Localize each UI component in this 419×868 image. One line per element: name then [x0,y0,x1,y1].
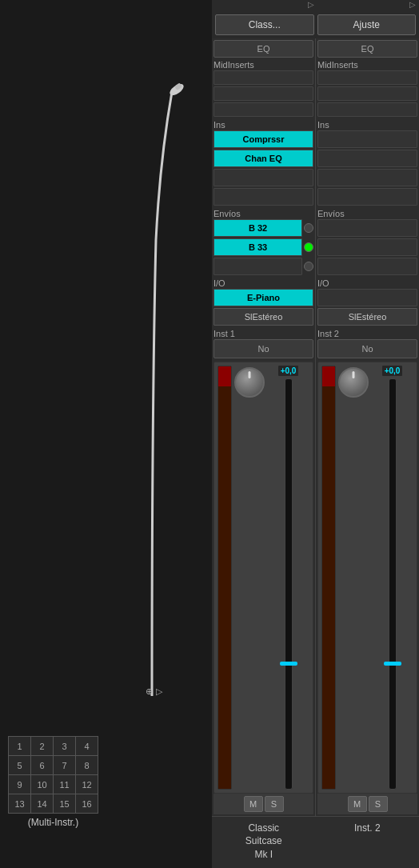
left-panel: ⊕ ▷ 12345678910111213141516 (Multi-Instr… [0,0,212,868]
fader-thumb-inst2[interactable] [384,662,401,666]
envios-row-classic-suitcase-0: B 32 [213,219,313,237]
ins-slot-inst2-0[interactable] [317,130,417,148]
ins-slot-inst2-2[interactable] [317,169,417,186]
envios-row-classic-suitcase-2 [213,258,313,275]
fader-rail-classic-suitcase[interactable] [285,378,293,790]
envios-indicator-classic-suitcase-0 [304,223,313,233]
midinserts-label-classic-suitcase: MidInserts [213,60,313,70]
envios-slot-classic-suitcase-0[interactable]: B 32 [213,219,302,237]
midinsert-slot-classic-suitcase-2[interactable] [213,102,313,117]
cable-svg: ⊕ ▷ [0,0,212,696]
midinsert-slot-classic-suitcase-1[interactable] [213,86,313,101]
bottom-label-classic-suitcase: Classic Suitcase Mk I [212,817,316,868]
envios-slot-inst2-2[interactable] [317,258,417,275]
io-input-classic-suitcase[interactable]: E-Piano [213,289,313,306]
envios-indicator-classic-suitcase-1 [304,242,313,252]
envios-row-inst2-1 [317,238,417,256]
fader-area-inst2: +0,0 [317,362,417,794]
instrument-grid[interactable]: 12345678910111213141516 [8,736,98,814]
grid-cell[interactable]: 13 [9,794,31,814]
envios-indicator-classic-suitcase-2 [304,262,313,271]
envios-row-inst2-2 [317,258,417,275]
fader-strip-inst2: +0,0 [371,366,413,790]
fader-value-inst2: +0,0 [382,366,403,376]
ch-name-btn-inst2[interactable]: Ajuste [317,14,417,35]
channel-bottom-labels: Classic Suitcase Mk IInst. 2 [212,816,419,868]
channel-name-row: Class...Ajuste [212,13,419,38]
ins-slot-classic-suitcase-2[interactable] [213,169,313,186]
envios-label-inst2: Envíos [317,209,417,218]
knob-inst2[interactable] [338,367,369,398]
grid-cell[interactable]: 10 [31,775,54,794]
midinsert-slot-inst2-2[interactable] [317,102,417,117]
grid-cell[interactable]: 4 [76,737,98,756]
midinsert-slot-inst2-1[interactable] [317,86,417,101]
io-label-classic-suitcase: I/O [213,278,313,288]
ins-slot-classic-suitcase-0[interactable]: Comprssr [213,130,313,148]
ins-slot-inst2-1[interactable] [317,150,417,167]
eq-btn-classic-suitcase[interactable]: EQ [213,40,313,58]
arrow-row: ▷▷ [212,0,419,13]
knob-classic-suitcase[interactable] [234,367,265,398]
grid-cell[interactable]: 3 [54,737,76,756]
io-output-inst2[interactable]: SlEstéreo [317,308,417,326]
ms-buttons-classic-suitcase: MS [213,794,313,814]
ins-label-inst2: Ins [317,120,417,130]
grid-cell[interactable]: 15 [54,794,76,814]
main-container: ⊕ ▷ 12345678910111213141516 (Multi-Instr… [0,0,419,868]
no-btn-classic-suitcase[interactable]: No [213,339,313,358]
grid-cell[interactable]: 5 [9,756,31,775]
grid-cell[interactable]: 11 [54,775,76,794]
envios-row-inst2-0 [317,219,417,237]
grid-cell[interactable]: 8 [76,756,98,775]
grid-cell[interactable]: 6 [31,756,54,775]
multi-instr-container: 12345678910111213141516 (Multi-Instr.) [8,736,98,828]
bottom-label-inst2: Inst. 2 [316,817,420,868]
svg-rect-1 [174,82,182,90]
ins-slot-classic-suitcase-1[interactable]: Chan EQ [213,150,313,167]
ch-name-btn-classic-suitcase[interactable]: Class... [215,14,314,35]
ins-slot-classic-suitcase-3[interactable] [213,188,313,206]
inst-label-classic-suitcase: Inst 1 [213,329,313,338]
grid-cell[interactable]: 1 [9,737,31,756]
envios-slot-inst2-1[interactable] [317,238,417,256]
ms-btn-m-inst2[interactable]: M [348,796,367,812]
grid-cell[interactable]: 2 [31,737,54,756]
envios-slot-classic-suitcase-2[interactable] [213,258,302,275]
grid-cell[interactable]: 9 [9,775,31,794]
ins-slot-inst2-3[interactable] [317,188,417,206]
knob-wrap-classic-suitcase [234,366,265,790]
grid-cell[interactable]: 16 [76,794,98,814]
arrow-right-ch1: ▷ [215,0,314,13]
svg-text:⊕: ⊕ [146,686,153,696]
volume-meter-classic-suitcase [217,366,232,790]
midinsert-slot-inst2-0[interactable] [317,70,417,85]
grid-cell[interactable]: 7 [54,756,76,775]
grid-cell[interactable]: 12 [76,775,98,794]
svg-text:▷: ▷ [156,686,163,696]
volume-meter-inst2 [321,366,336,790]
envios-slot-inst2-0[interactable] [317,219,417,237]
envios-slot-classic-suitcase-1[interactable]: B 33 [213,238,302,256]
midinsert-slot-classic-suitcase-0[interactable] [213,70,313,85]
ms-btn-s-inst2[interactable]: S [369,796,388,812]
fader-value-classic-suitcase: +0,0 [278,366,299,376]
io-label-inst2: I/O [317,278,417,288]
io-input-inst2[interactable] [317,289,417,306]
fader-area-classic-suitcase: +0,0 [213,362,313,794]
channel-col-classic-suitcase: EQMidInsertsInsComprssrChan EQEnvíosB 32… [212,38,316,816]
no-btn-inst2[interactable]: No [317,339,417,358]
fader-rail-inst2[interactable] [389,378,397,790]
ms-btn-s-classic-suitcase[interactable]: S [265,796,284,812]
ms-btn-m-classic-suitcase[interactable]: M [244,796,263,812]
inst-label-inst2: Inst 2 [317,329,417,338]
right-panel: ▷▷Class...AjusteEQMidInsertsInsComprssrC… [212,0,419,868]
eq-btn-inst2[interactable]: EQ [317,40,417,58]
multi-instr-label: (Multi-Instr.) [28,817,78,828]
svg-point-0 [168,82,186,98]
knob-wrap-inst2 [338,366,369,790]
fader-thumb-classic-suitcase[interactable] [280,662,297,666]
grid-cell[interactable]: 14 [31,794,54,814]
io-output-classic-suitcase[interactable]: SlEstéreo [213,308,313,326]
channels-area: EQMidInsertsInsComprssrChan EQEnvíosB 32… [212,38,419,816]
